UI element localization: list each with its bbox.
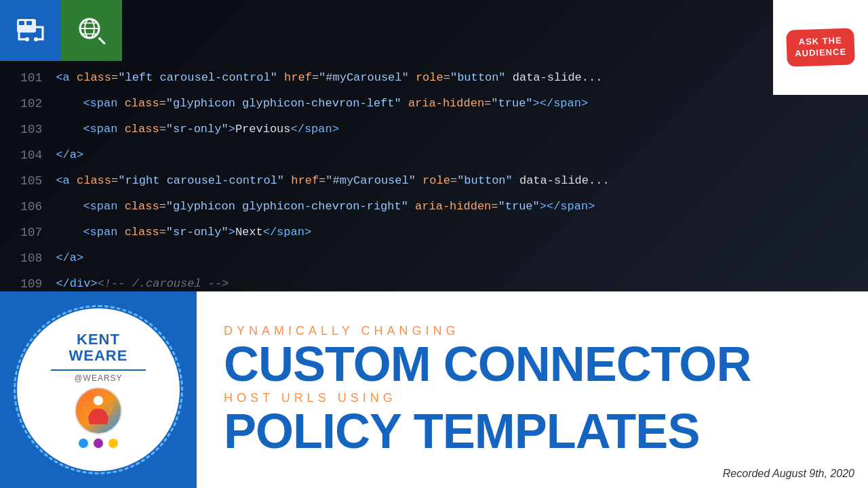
svg-point-12 xyxy=(94,396,103,405)
subtitle-top: DYNAMICALLY CHANGING xyxy=(224,324,841,338)
avatar-dot-purple xyxy=(94,439,103,448)
ask-audience-badge: ASK THE AUDIENCE xyxy=(773,0,868,95)
globe-icon-box xyxy=(61,0,122,61)
code-lines: </div> </div> <a class="left carousel-co… xyxy=(56,0,623,291)
power-connector-icon xyxy=(14,14,47,47)
code-content: 101 102 103 104 105 106 107 108 109 110 … xyxy=(0,0,868,291)
avatar-dot-yellow xyxy=(108,439,118,448)
avatar-circle: KENTWEARE @WEARSY xyxy=(17,308,180,471)
svg-point-4 xyxy=(34,37,38,41)
avatar-container: KENTWEARE @WEARSY xyxy=(0,291,197,488)
svg-rect-2 xyxy=(26,21,32,25)
globe-search-icon xyxy=(75,14,108,47)
recorded-text: Recorded August 9th, 2020 xyxy=(723,468,854,480)
title-area: DYNAMICALLY CHANGING CUSTOM CONNECTOR HO… xyxy=(197,291,868,488)
person-icon xyxy=(81,394,115,428)
ask-audience-text-line2: AUDIENCE xyxy=(795,47,846,60)
power-icon-box xyxy=(0,0,61,61)
avatar-handle: @WEARSY xyxy=(74,373,122,383)
avatar-divider xyxy=(51,369,145,371)
top-left-icons xyxy=(0,0,122,61)
svg-point-11 xyxy=(98,37,101,40)
svg-rect-1 xyxy=(19,21,24,25)
main-title-1: CUSTOM CONNECTOR xyxy=(224,340,841,388)
avatar-name: KENTWEARE xyxy=(69,331,128,364)
avatar-dots xyxy=(79,439,118,448)
ask-badge-inner: ASK THE AUDIENCE xyxy=(786,28,855,66)
avatar-photo xyxy=(75,387,122,434)
svg-point-3 xyxy=(25,37,29,41)
bottom-info-section: KENTWEARE @WEARSY xyxy=(0,291,868,488)
main-title-2: POLICY TEMPLATES xyxy=(224,407,841,455)
code-screenshot-section: 101 102 103 104 105 106 107 108 109 110 … xyxy=(0,0,868,291)
avatar-dot-blue xyxy=(79,439,88,448)
subtitle-middle: HOST URLS USING xyxy=(224,391,841,405)
